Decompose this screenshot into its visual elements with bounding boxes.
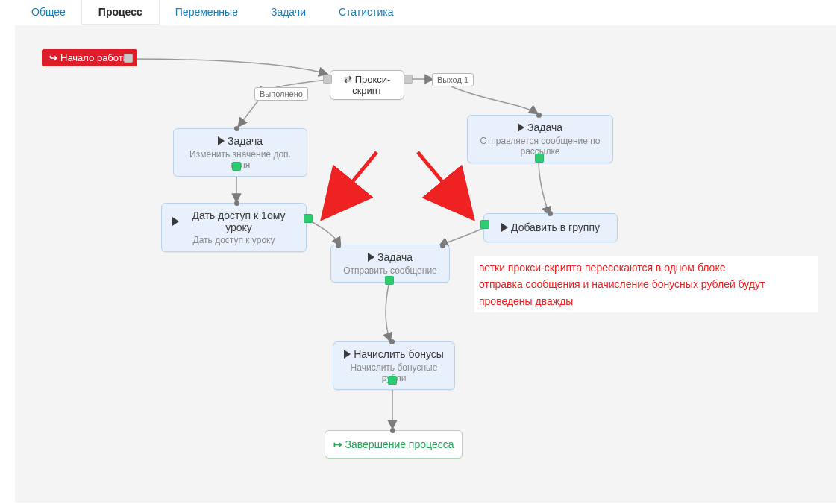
node-proxy-label: Прокси-скрипт: [352, 74, 390, 96]
annotation-line-2: отправка сообщения и начисление бонусных…: [479, 276, 813, 309]
port[interactable]: [124, 54, 133, 63]
play-icon: [218, 136, 225, 145]
port[interactable]: [385, 276, 394, 285]
tabs-bar: Общее Процесс Переменные Задачи Статисти…: [0, 0, 837, 25]
port[interactable]: [388, 376, 397, 385]
port[interactable]: [404, 75, 413, 84]
node-title: Начислить бонусы: [354, 348, 444, 360]
play-icon: [501, 223, 508, 232]
port[interactable]: [304, 214, 313, 223]
process-canvas[interactable]: Начало работы Прокси-скрипт Выполнено Вы…: [15, 25, 836, 503]
tab-tasks[interactable]: Задачи: [254, 0, 322, 25]
tab-variables[interactable]: Переменные: [159, 0, 254, 25]
port-dot[interactable]: [234, 201, 239, 206]
port-dot[interactable]: [234, 126, 239, 131]
node-title: Дать доступ к 1ому уроку: [182, 210, 295, 233]
node-task-add-to-group[interactable]: Добавить в группу: [483, 213, 618, 242]
node-start-label: Начало работы: [60, 52, 130, 63]
play-icon: [368, 253, 374, 262]
annotation-note: ветки прокси-скрипта пересекаются в одно…: [474, 256, 818, 312]
port-dot[interactable]: [336, 243, 341, 248]
node-title: Добавить в группу: [511, 221, 600, 233]
play-icon: [518, 123, 524, 132]
svg-line-0: [327, 152, 377, 213]
tab-general[interactable]: Общее: [15, 0, 82, 25]
play-icon: [344, 350, 351, 359]
port[interactable]: [480, 220, 489, 229]
port[interactable]: [232, 162, 241, 171]
port-dot[interactable]: [390, 428, 395, 433]
node-sub: Отправить сообщение: [342, 265, 439, 276]
node-end-label: Завершение процесса: [345, 438, 454, 450]
tab-process[interactable]: Процесс: [82, 0, 159, 25]
port-dot[interactable]: [536, 113, 542, 118]
port-dot[interactable]: [440, 243, 445, 248]
annotation-line-1: ветки прокси-скрипта пересекаются в одно…: [479, 259, 813, 276]
edge-label-done: Выполнено: [254, 87, 308, 101]
edge-label-exit1: Выход 1: [432, 73, 474, 86]
node-end[interactable]: Завершение процесса: [325, 430, 463, 459]
node-title: Задача: [228, 135, 263, 147]
port[interactable]: [323, 75, 332, 84]
play-icon: [172, 217, 179, 226]
logout-icon: [333, 438, 345, 450]
tab-statistics[interactable]: Статистика: [322, 0, 410, 25]
port-dot[interactable]: [548, 211, 553, 216]
login-icon: [49, 52, 60, 63]
node-proxy[interactable]: Прокси-скрипт: [330, 70, 404, 100]
port[interactable]: [535, 154, 544, 163]
port-dot[interactable]: [389, 339, 395, 344]
node-title: Задача: [377, 251, 413, 263]
node-task-give-access[interactable]: Дать доступ к 1ому уроку Дать доступ к у…: [161, 203, 307, 252]
node-title: Задача: [527, 122, 562, 133]
svg-line-1: [418, 152, 468, 213]
proxy-icon: [344, 74, 355, 85]
node-sub: Дать доступ к уроку: [172, 235, 295, 245]
node-start[interactable]: Начало работы: [42, 49, 137, 66]
